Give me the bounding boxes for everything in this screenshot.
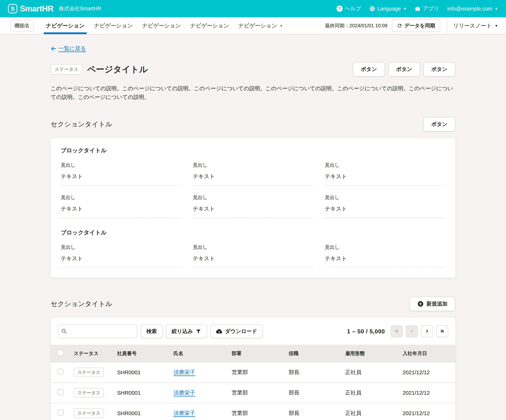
nav-item-1-active[interactable]: ナビゲーション [41, 17, 89, 34]
logo-glyph: S [11, 6, 14, 12]
search-box [58, 325, 137, 338]
column-header-employee-id: 社員番号 [117, 345, 173, 362]
pagination-range: 1 – 50 / 5,000 [347, 328, 385, 335]
next-page-button[interactable]: › [421, 325, 433, 337]
prev-page-button: ‹ [406, 325, 418, 337]
section1-button[interactable]: ボタン [423, 117, 455, 131]
row-checkbox[interactable] [57, 409, 64, 416]
field: 見出しテキスト [193, 244, 313, 268]
employee-id-cell: SHR0001 [117, 383, 173, 403]
help-label: ヘルプ [345, 5, 361, 12]
nav-item-2[interactable]: ナビゲーション [89, 17, 137, 34]
last-page-button[interactable]: » [436, 325, 448, 337]
hire-date-cell: 2021/12/12 [403, 383, 455, 403]
smarthr-logo-icon[interactable]: S [8, 4, 17, 14]
help-icon: ? [336, 6, 343, 12]
table-row: ステータス SHR0001 須磨栄子 営業部 部長 正社員 2021/12/12 [51, 403, 455, 420]
field-value: テキスト [325, 173, 445, 186]
nav-item-4[interactable]: ナビゲーション [186, 17, 234, 34]
chevron-down-icon: ▼ [280, 24, 283, 27]
section2-title: セクションタイトル [51, 299, 112, 308]
chevron-down-icon: ▼ [495, 7, 498, 11]
status-badge: ステータス [74, 408, 104, 418]
field-label: 見出し [325, 162, 445, 168]
position-cell: 部長 [289, 403, 345, 420]
field-value: テキスト [193, 173, 313, 186]
table-toolbar: 検索 絞り込み ダウンロード 1 – 50 / 5,000 « ‹ › » [51, 325, 455, 338]
field-grid: 見出しテキスト 見出しテキスト 見出しテキスト [61, 244, 445, 268]
row-checkbox[interactable] [57, 369, 64, 375]
chevron-down-icon: ▼ [403, 7, 407, 11]
nav-items: ナビゲーション ナビゲーション ナビゲーション ナビゲーション ナビゲーション▼ [41, 17, 288, 34]
add-new-button[interactable]: 新規追加 [409, 297, 455, 311]
field-value: テキスト [61, 173, 181, 186]
app-header: S SmartHR 株式会社SmartHR ? ヘルプ Language ▼ ア… [0, 0, 506, 17]
field: 見出しテキスト [61, 162, 181, 186]
table-row: ステータス SHR0001 須磨栄子 営業部 部長 正社員 2021/12/12 [51, 362, 455, 383]
divider [447, 17, 447, 34]
field-label: 見出し [325, 194, 445, 201]
table-card: 検索 絞り込み ダウンロード 1 – 50 / 5,000 « ‹ › » [51, 318, 455, 420]
row-checkbox[interactable] [57, 389, 64, 395]
search-input[interactable] [58, 325, 137, 338]
column-header-status: ステータス [74, 345, 117, 362]
field-label: 見出し [193, 194, 313, 201]
apps-menu[interactable]: アプリ [415, 5, 439, 12]
info-card: ブロックタイトル 見出しテキスト 見出しテキスト 見出しテキスト 見出しテキスト… [51, 138, 455, 278]
department-cell: 営業部 [232, 403, 289, 420]
hire-date-cell: 2021/12/12 [403, 362, 455, 383]
column-header-name: 氏名 [173, 345, 232, 362]
language-menu[interactable]: Language ▼ [369, 6, 407, 12]
status-badge: ステータス [74, 367, 104, 377]
hire-date-cell: 2021/12/12 [403, 403, 455, 420]
double-chevron-right-icon: » [440, 328, 444, 334]
employee-name-link[interactable]: 須磨栄子 [173, 410, 195, 416]
field: 見出しテキスト [325, 244, 445, 268]
back-to-list-link[interactable]: 一覧に戻る [51, 45, 86, 52]
download-button[interactable]: ダウンロード [210, 325, 263, 338]
help-link[interactable]: ? ヘルプ [336, 5, 361, 12]
filter-funnel-icon [196, 328, 201, 334]
field-label: 見出し [61, 162, 181, 168]
globe-icon [369, 6, 375, 12]
search-button[interactable]: 検索 [141, 325, 163, 338]
page-title: ページタイトル [87, 64, 148, 75]
field-label: 見出し [325, 244, 445, 251]
select-all-checkbox[interactable] [57, 350, 64, 356]
employment-type-cell: 正社員 [345, 403, 403, 420]
table-header-row: ステータス 社員番号 氏名 部署 役職 雇用形態 入社年月日 [51, 345, 455, 362]
language-label: Language [378, 6, 401, 12]
page-header: ステータス ページタイトル ボタン ボタン ボタン [51, 62, 455, 76]
nav-right: 最終同期：2024/01/01 10:09 データを同期 リリースノート ▼ [325, 17, 498, 34]
field-value: テキスト [193, 205, 313, 218]
page-action-button-1[interactable]: ボタン [353, 62, 385, 76]
section2-header: セクションタイトル 新規追加 [51, 297, 455, 311]
nav-item-5-dropdown[interactable]: ナビゲーション▼ [234, 17, 288, 34]
last-sync-text: 最終同期：2024/01/01 10:09 [325, 22, 387, 29]
field-label: 見出し [61, 244, 181, 251]
pagination: 1 – 50 / 5,000 « ‹ › » [347, 325, 448, 337]
main-content: 一覧に戻る ステータス ページタイトル ボタン ボタン ボタン このページについ… [51, 34, 455, 420]
column-header-position: 役職 [289, 345, 345, 362]
employee-name-link[interactable]: 須磨栄子 [173, 390, 195, 396]
table-row: ステータス SHR0001 須磨栄子 営業部 部長 正社員 2021/12/12 [51, 383, 455, 403]
apps-icon [415, 6, 420, 12]
field-grid: 見出しテキスト 見出しテキスト 見出しテキスト 見出しテキスト 見出しテキスト … [61, 162, 445, 218]
field-label: 見出し [193, 244, 313, 251]
filter-button[interactable]: 絞り込み [166, 325, 207, 338]
nav-item-3[interactable]: ナビゲーション [137, 17, 186, 34]
sync-data-button[interactable]: データを同期 [392, 19, 440, 32]
release-notes-menu[interactable]: リリースノート ▼ [453, 22, 498, 29]
brand-name[interactable]: SmartHR [20, 4, 53, 14]
chevron-right-icon: › [426, 328, 428, 334]
page-action-button-3[interactable]: ボタン [423, 62, 455, 76]
field-value: テキスト [61, 205, 181, 218]
first-page-button: « [391, 325, 403, 337]
plus-circle-icon [417, 301, 424, 307]
account-menu[interactable]: info@example.com ▼ [447, 6, 498, 12]
field-value: テキスト [325, 205, 445, 218]
brand-area: S SmartHR 株式会社SmartHR [8, 4, 101, 14]
page-action-button-2[interactable]: ボタン [388, 62, 420, 76]
employee-name-link[interactable]: 須磨栄子 [173, 369, 195, 375]
chevron-down-icon: ▼ [495, 24, 498, 27]
